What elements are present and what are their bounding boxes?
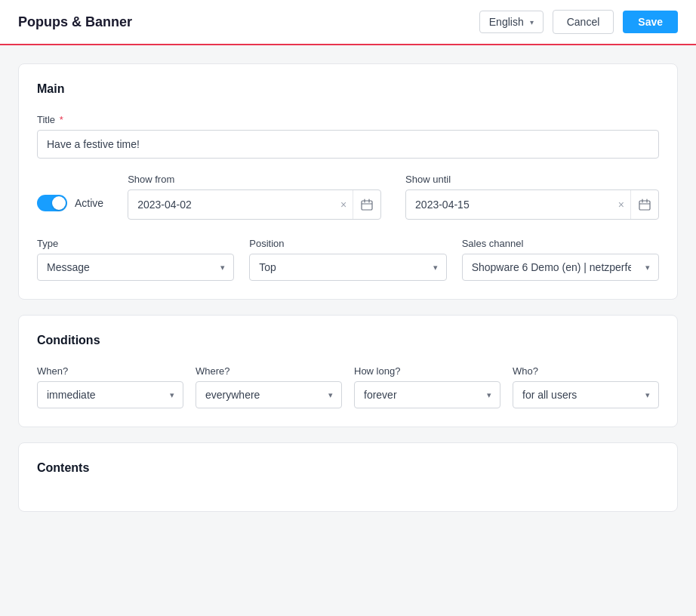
who-label: Who? — [513, 365, 659, 377]
svg-rect-4 — [639, 201, 650, 210]
calendar-icon — [361, 199, 373, 211]
page-header: Popups & Banner English ▾ Cancel Save — [0, 0, 696, 45]
show-from-input[interactable] — [128, 192, 334, 217]
show-from-calendar-button[interactable] — [353, 190, 380, 219]
chevron-down-icon: ▾ — [530, 18, 534, 26]
when-label: When? — [37, 365, 183, 377]
sales-channel-select-wrap: Shopware 6 Demo (en) | netzperfekt ▾ — [462, 254, 659, 281]
language-value: English — [489, 16, 524, 28]
when-group: When? immediate on scroll on exit ▾ — [37, 365, 183, 408]
conditions-row: When? immediate on scroll on exit ▾ Wher… — [37, 365, 659, 408]
how-long-label: How long? — [354, 365, 500, 377]
position-select-wrap: Top Bottom Center ▾ — [249, 254, 446, 281]
show-until-group: Show until × — [405, 174, 659, 220]
contents-section-title: Contents — [37, 461, 659, 475]
when-select[interactable]: immediate on scroll on exit — [37, 381, 183, 408]
required-marker: * — [57, 114, 63, 125]
who-group: Who? for all users logged in guests ▾ — [513, 365, 659, 408]
position-group: Position Top Bottom Center ▾ — [249, 238, 446, 281]
conditions-card: Conditions When? immediate on scroll on … — [18, 315, 678, 427]
svg-rect-0 — [362, 201, 372, 210]
sales-channel-select[interactable]: Shopware 6 Demo (en) | netzperfekt — [462, 254, 659, 281]
show-from-input-wrap: × — [128, 189, 381, 220]
when-select-wrap: immediate on scroll on exit ▾ — [37, 381, 183, 408]
sales-channel-group: Sales channel Shopware 6 Demo (en) | net… — [462, 238, 659, 281]
where-select[interactable]: everywhere homepage product page — [196, 381, 342, 408]
show-until-input-wrap: × — [405, 189, 659, 220]
who-select[interactable]: for all users logged in guests — [513, 381, 659, 408]
title-input[interactable] — [37, 130, 659, 159]
calendar-icon — [639, 199, 651, 211]
show-from-group: Show from × — [128, 174, 381, 220]
main-card: Main Title * Active Show from × — [18, 63, 678, 300]
position-select[interactable]: Top Bottom Center — [249, 254, 446, 281]
how-long-select[interactable]: forever once every session — [354, 381, 500, 408]
where-label: Where? — [196, 365, 342, 377]
where-group: Where? everywhere homepage product page … — [196, 365, 342, 408]
how-long-select-wrap: forever once every session ▾ — [354, 381, 500, 408]
show-from-label: Show from — [128, 174, 381, 185]
title-label: Title * — [37, 114, 659, 125]
title-field-group: Title * — [37, 114, 659, 159]
active-label: Active — [75, 197, 103, 209]
how-long-group: How long? forever once every session ▾ — [354, 365, 500, 408]
type-group: Type Message Banner Popup ▾ — [37, 238, 234, 281]
show-from-clear-button[interactable]: × — [334, 199, 353, 211]
header-actions: English ▾ Cancel Save — [479, 10, 678, 34]
type-select-wrap: Message Banner Popup ▾ — [37, 254, 234, 281]
page-content: Main Title * Active Show from × — [0, 45, 696, 530]
active-dates-row: Active Show from × — [37, 174, 659, 220]
contents-card: Contents — [18, 442, 678, 512]
show-until-calendar-button[interactable] — [630, 190, 658, 219]
show-until-input[interactable] — [406, 192, 612, 217]
page-title: Popups & Banner — [18, 14, 132, 30]
cancel-button[interactable]: Cancel — [553, 10, 614, 34]
save-button[interactable]: Save — [623, 11, 678, 33]
type-select[interactable]: Message Banner Popup — [37, 254, 234, 281]
conditions-section-title: Conditions — [37, 334, 659, 347]
type-position-channel-row: Type Message Banner Popup ▾ Position Top… — [37, 238, 659, 281]
type-label: Type — [37, 238, 234, 249]
show-until-clear-button[interactable]: × — [612, 199, 630, 211]
position-label: Position — [249, 238, 446, 249]
sales-channel-label: Sales channel — [462, 238, 659, 249]
active-toggle[interactable] — [37, 195, 67, 211]
show-until-label: Show until — [405, 174, 659, 185]
language-selector[interactable]: English ▾ — [479, 11, 544, 33]
main-section-title: Main — [37, 82, 659, 96]
who-select-wrap: for all users logged in guests ▾ — [513, 381, 659, 408]
active-group: Active — [37, 195, 103, 211]
where-select-wrap: everywhere homepage product page ▾ — [196, 381, 342, 408]
